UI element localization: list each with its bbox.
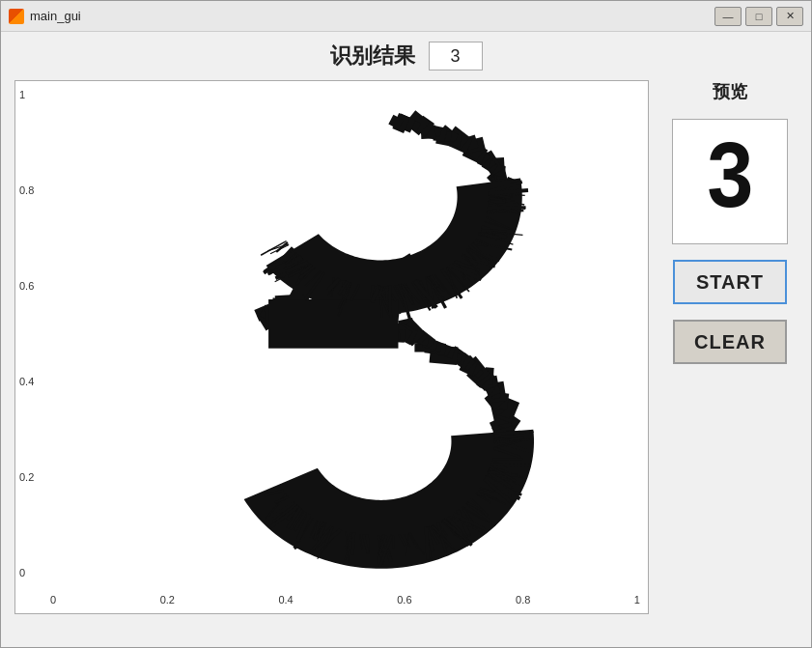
x-label-0: 0 — [50, 594, 56, 606]
x-label-08: 0.8 — [516, 594, 530, 606]
plot-area: 1 0.8 0.6 0.4 0.2 0 0 0.2 0.4 0.6 — [14, 80, 649, 614]
y-label-1: 1 — [19, 89, 34, 100]
y-label-06: 0.6 — [19, 280, 34, 292]
result-value-box: 3 — [429, 42, 483, 70]
y-axis-labels: 1 0.8 0.6 0.4 0.2 0 — [19, 89, 34, 578]
result-label: 识别结果 — [330, 42, 415, 70]
result-value: 3 — [450, 46, 460, 67]
x-label-1: 1 — [634, 594, 640, 606]
window-title: main_gui — [30, 9, 714, 23]
title-bar: main_gui — □ ✕ — [1, 1, 811, 32]
clear-button[interactable]: CLEAR — [673, 320, 787, 364]
right-panel: 预览 3 START CLEAR — [662, 80, 798, 614]
preview-digit: 3 — [705, 133, 754, 230]
app-icon — [9, 9, 24, 24]
bottom-spacer — [14, 614, 798, 634]
y-label-04: 0.4 — [19, 376, 34, 387]
main-row: 1 0.8 0.6 0.4 0.2 0 0 0.2 0.4 0.6 — [14, 80, 798, 614]
x-label-06: 0.6 — [397, 594, 411, 606]
plot-inner: 1 0.8 0.6 0.4 0.2 0 0 0.2 0.4 0.6 — [15, 81, 648, 613]
y-label-08: 0.8 — [19, 184, 34, 196]
x-axis-labels: 0 0.2 0.4 0.6 0.8 1 — [50, 594, 640, 606]
start-button[interactable]: START — [673, 260, 787, 304]
y-label-02: 0.2 — [19, 471, 34, 483]
plot-canvas — [50, 89, 640, 578]
restore-button[interactable]: □ — [745, 7, 772, 26]
result-row: 识别结果 3 — [14, 42, 798, 70]
content-area: 识别结果 3 1 0.8 0.6 0.4 0.2 0 — [1, 32, 811, 647]
y-label-0: 0 — [19, 567, 34, 578]
x-label-04: 0.4 — [278, 594, 293, 606]
x-label-02: 0.2 — [160, 594, 175, 606]
preview-label: 预览 — [713, 80, 747, 103]
window-controls: — □ ✕ — [714, 7, 803, 26]
minimize-button[interactable]: — — [714, 7, 742, 26]
close-button[interactable]: ✕ — [776, 7, 803, 26]
canvas-container — [50, 89, 640, 578]
preview-box: 3 — [672, 119, 788, 244]
main-window: main_gui — □ ✕ 识别结果 3 1 0.8 0.6 — [0, 0, 812, 648]
